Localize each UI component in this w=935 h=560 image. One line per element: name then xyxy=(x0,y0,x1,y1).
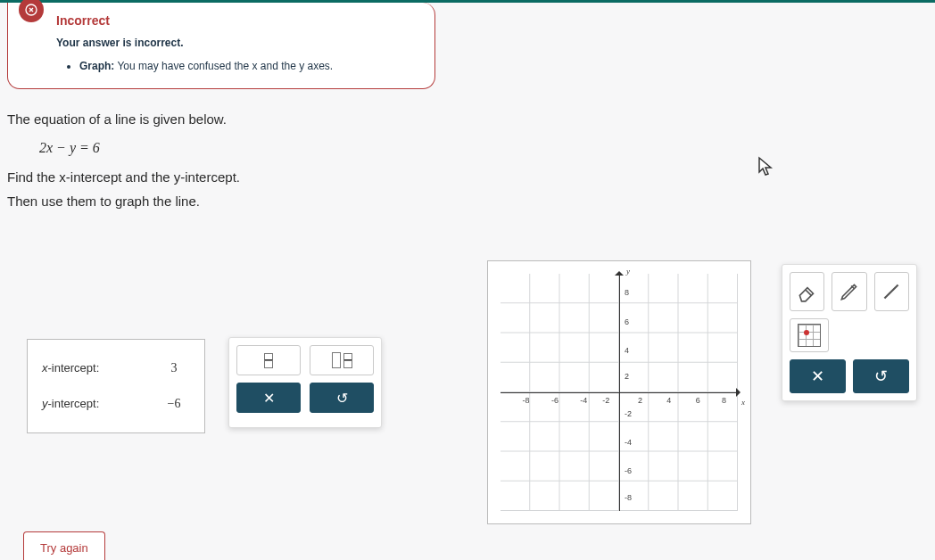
feedback-bullet: Graph: You may have confused the x and t… xyxy=(79,58,413,74)
eraser-button[interactable] xyxy=(790,272,824,311)
point-icon xyxy=(798,324,821,347)
y-tick: -2 xyxy=(625,409,632,418)
y-tick: -8 xyxy=(625,493,632,502)
keypad-undo-button[interactable]: ↺ xyxy=(310,383,374,413)
question-equation: 2x − y = 6 xyxy=(39,140,928,156)
feedback-bullet-text: You may have confused the x and the y ax… xyxy=(117,60,333,72)
y-intercept-label: y-intercept: xyxy=(42,397,99,411)
x-label-txt: -intercept: xyxy=(48,361,100,375)
x-tick: 6 xyxy=(696,396,700,405)
feedback-bullet-label: Graph: xyxy=(79,60,114,72)
y-axis-arrow-icon xyxy=(615,267,624,276)
fraction-button[interactable] xyxy=(236,345,301,375)
y-label-txt: -intercept: xyxy=(48,397,100,410)
y-intercept-value[interactable]: −6 xyxy=(158,397,190,411)
graph-toolbar: ✕ ↺ xyxy=(782,264,917,401)
x-intercept-value[interactable]: 3 xyxy=(158,361,190,375)
x-tick: 8 xyxy=(722,396,726,405)
eraser-icon xyxy=(796,280,819,303)
mixed-fraction-button[interactable] xyxy=(310,345,374,375)
question-instr-2: Then use them to graph the line. xyxy=(7,189,928,213)
x-tick: 4 xyxy=(666,396,671,405)
svg-line-1 xyxy=(885,284,898,298)
x-tick: -2 xyxy=(602,396,609,405)
y-intercept-row: y-intercept: −6 xyxy=(42,397,190,411)
numeric-keypad: ✕ ↺ xyxy=(228,337,382,428)
y-tick: 2 xyxy=(625,372,629,381)
feedback-title: Incorrect xyxy=(56,13,413,28)
graph-clear-button[interactable]: ✕ xyxy=(790,359,846,393)
pencil-button[interactable] xyxy=(832,272,866,311)
x-axis-arrow-icon xyxy=(736,388,745,397)
y-tick: 6 xyxy=(625,317,629,326)
y-tick: -6 xyxy=(625,466,632,475)
x-tick: 2 xyxy=(638,396,642,405)
x-tick: -4 xyxy=(580,396,587,405)
x-axis-label: x xyxy=(741,398,745,407)
x-tick: -6 xyxy=(551,396,559,405)
y-tick: 4 xyxy=(625,346,629,355)
feedback-list: Graph: You may have confused the x and t… xyxy=(56,58,413,74)
toolbar-spacer xyxy=(836,318,909,352)
x-tick: -8 xyxy=(523,396,530,405)
y-axis xyxy=(619,274,620,511)
line-button[interactable] xyxy=(874,272,909,311)
y-axis-label: y xyxy=(626,267,630,276)
try-again-button[interactable]: Try again xyxy=(23,531,105,560)
plot-point-button[interactable] xyxy=(790,318,829,352)
feedback-subtitle: Your answer is incorrect. xyxy=(56,37,413,49)
x-intercept-label: x-intercept: xyxy=(42,361,99,375)
graph-undo-button[interactable]: ↺ xyxy=(853,359,909,393)
fraction-icon xyxy=(264,353,273,368)
y-tick: -4 xyxy=(625,438,632,447)
line-icon xyxy=(880,280,903,303)
question-area: The equation of a line is given below. 2… xyxy=(0,105,935,213)
mouse-cursor-icon xyxy=(757,156,774,183)
x-intercept-row: x-intercept: 3 xyxy=(42,361,190,375)
feedback-x-icon xyxy=(19,0,44,22)
question-instr-1: Find the x-intercept and the y-intercept… xyxy=(7,165,928,189)
graph-canvas[interactable]: y x -8 -6 -4 -2 2 4 6 8 8 6 4 2 -2 -4 -6… xyxy=(487,260,751,524)
question-intro: The equation of a line is given below. xyxy=(7,107,928,131)
pencil-icon xyxy=(838,280,861,303)
y-tick: 8 xyxy=(625,288,629,297)
feedback-panel: Incorrect Your answer is incorrect. Grap… xyxy=(7,3,435,89)
mixed-fraction-icon xyxy=(332,352,352,368)
keypad-clear-button[interactable]: ✕ xyxy=(236,383,301,413)
intercept-box: x-intercept: 3 y-intercept: −6 xyxy=(27,339,205,433)
